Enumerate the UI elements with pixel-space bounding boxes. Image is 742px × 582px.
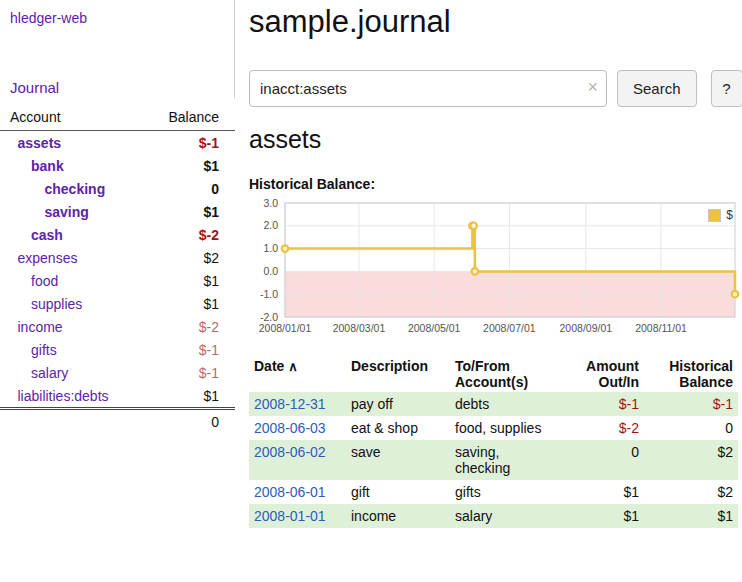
- register-col-date[interactable]: Date ∧: [249, 356, 346, 392]
- accounts-body: assets $-1 bank $1 checking 0 saving $1 …: [0, 131, 235, 409]
- account-link[interactable]: income: [18, 319, 63, 335]
- svg-text:2008/05/01: 2008/05/01: [408, 322, 461, 334]
- account-row: liabilities:debts $1: [0, 384, 235, 409]
- register-accounts: food, supplies: [450, 416, 558, 440]
- account-balance: $-1: [146, 131, 235, 155]
- accounts-table: Account Balance assets $-1 bank $1 check…: [0, 106, 235, 434]
- register-description: save: [346, 440, 450, 480]
- journal-nav-link[interactable]: Journal: [10, 79, 234, 96]
- journal-title: sample.journal: [249, 4, 742, 40]
- register-col-date-label: Date: [254, 358, 284, 374]
- chart-legend: $: [708, 208, 733, 222]
- register-accounts: salary: [450, 504, 558, 528]
- app-title-link[interactable]: hledger-web: [10, 10, 234, 26]
- svg-text:1.0: 1.0: [263, 242, 278, 254]
- svg-text:2008/03/01: 2008/03/01: [333, 322, 386, 334]
- account-link[interactable]: gifts: [31, 342, 57, 358]
- account-link[interactable]: liabilities:debts: [18, 388, 109, 404]
- svg-text:2008/09/01: 2008/09/01: [560, 322, 613, 334]
- account-link[interactable]: saving: [45, 204, 89, 220]
- account-balance: $1: [146, 154, 235, 177]
- register-amount: $1: [558, 504, 644, 528]
- register-accounts: debts: [450, 392, 558, 416]
- account-link[interactable]: salary: [31, 365, 68, 381]
- account-row: bank $1: [0, 154, 235, 177]
- sort-asc-icon: ∧: [288, 359, 298, 374]
- account-row: salary $-1: [0, 361, 235, 384]
- account-balance: $1: [146, 292, 235, 315]
- account-balance: $-2: [146, 223, 235, 246]
- register-balance: $-1: [644, 392, 738, 416]
- register-description: income: [346, 504, 450, 528]
- account-balance: 0: [146, 177, 235, 200]
- hledger-web-app: hledger-web Journal Account Balance asse…: [0, 0, 742, 528]
- register-row: 2008-06-02 save saving, checking 0 $2: [249, 440, 738, 480]
- register-amount: $-1: [558, 392, 644, 416]
- account-link[interactable]: expenses: [18, 250, 78, 266]
- register-balance: 0: [644, 416, 738, 440]
- account-link[interactable]: supplies: [31, 296, 82, 312]
- svg-text:-2.0: -2.0: [260, 311, 278, 323]
- chart-title: Historical Balance:: [249, 176, 742, 192]
- sidebar-header: hledger-web Journal: [0, 0, 235, 98]
- svg-text:2008/11/01: 2008/11/01: [635, 322, 687, 334]
- register-header-row: Date ∧ Description To/From Account(s) Am…: [249, 356, 738, 392]
- accounts-col-account: Account: [0, 106, 146, 131]
- account-title: assets: [249, 125, 742, 154]
- account-link[interactable]: cash: [31, 227, 63, 243]
- register-balance: $2: [644, 480, 738, 504]
- account-link[interactable]: checking: [45, 181, 106, 197]
- register-date-link[interactable]: 2008-01-01: [254, 508, 326, 524]
- balance-chart-svg: 3.02.01.00.0-1.0-2.02008/01/012008/03/01…: [249, 196, 741, 338]
- sidebar: hledger-web Journal Account Balance asse…: [0, 0, 235, 528]
- register-col-amount: Amount Out/In: [558, 356, 644, 392]
- accounts-col-balance: Balance: [146, 106, 235, 131]
- register-accounts: saving, checking: [450, 440, 558, 480]
- help-button[interactable]: ?: [711, 70, 742, 107]
- register-amount: $1: [558, 480, 644, 504]
- account-balance: $1: [146, 269, 235, 292]
- register-amount: 0: [558, 440, 644, 480]
- svg-text:3.0: 3.0: [263, 197, 278, 209]
- register-balance: $2: [644, 440, 738, 480]
- legend-label: $: [726, 208, 733, 222]
- register-balance: $1: [644, 504, 738, 528]
- account-link[interactable]: food: [31, 273, 58, 289]
- search-button[interactable]: Search: [617, 70, 697, 107]
- register-row: 2008-12-31 pay off debts $-1 $-1: [249, 392, 738, 416]
- account-row: supplies $1: [0, 292, 235, 315]
- register-date-link[interactable]: 2008-06-03: [254, 420, 326, 436]
- account-row: gifts $-1: [0, 338, 235, 361]
- clear-search-icon[interactable]: ×: [587, 77, 598, 98]
- account-row: expenses $2: [0, 246, 235, 269]
- accounts-total-row: 0: [0, 409, 235, 434]
- register-date-link[interactable]: 2008-12-31: [254, 396, 326, 412]
- account-row: income $-2: [0, 315, 235, 338]
- register-col-description: Description: [346, 356, 450, 392]
- account-link[interactable]: bank: [31, 158, 64, 174]
- register-amount: $-2: [558, 416, 644, 440]
- account-balance: $-2: [146, 315, 235, 338]
- balance-chart: 3.02.01.00.0-1.0-2.02008/01/012008/03/01…: [249, 196, 741, 342]
- register-date-link[interactable]: 2008-06-01: [254, 484, 326, 500]
- svg-text:-1.0: -1.0: [260, 288, 278, 300]
- register-row: 2008-06-03 eat & shop food, supplies $-2…: [249, 416, 738, 440]
- register-body: 2008-12-31 pay off debts $-1 $-1 2008-06…: [249, 392, 738, 528]
- svg-text:2.0: 2.0: [263, 219, 278, 231]
- svg-text:2008/07/01: 2008/07/01: [483, 322, 536, 334]
- account-balance: $2: [146, 246, 235, 269]
- accounts-total-balance: 0: [146, 409, 235, 434]
- account-balance: $-1: [146, 361, 235, 384]
- svg-text:0.0: 0.0: [263, 265, 278, 277]
- svg-text:2008/01/01: 2008/01/01: [259, 322, 312, 334]
- main-content: sample.journal × Search ? assets Histori…: [235, 0, 742, 528]
- account-row: assets $-1: [0, 131, 235, 155]
- register-description: pay off: [346, 392, 450, 416]
- account-link[interactable]: assets: [18, 135, 62, 151]
- account-row: food $1: [0, 269, 235, 292]
- search-input[interactable]: [249, 70, 607, 107]
- account-balance: $1: [146, 384, 235, 409]
- register-date-link[interactable]: 2008-06-02: [254, 444, 326, 460]
- register-row: 2008-06-01 gift gifts $1 $2: [249, 480, 738, 504]
- register-description: eat & shop: [346, 416, 450, 440]
